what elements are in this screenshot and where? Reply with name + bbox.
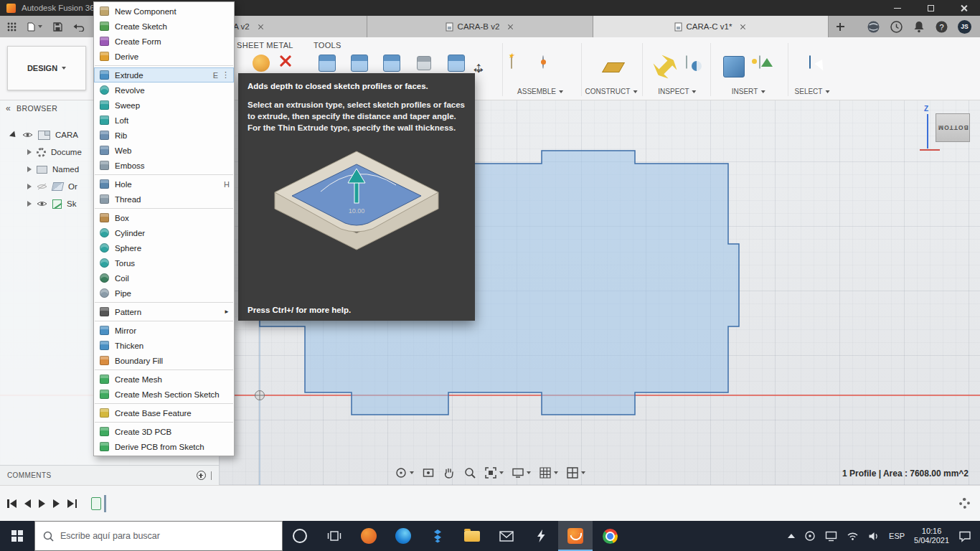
display-settings-icon[interactable] <box>512 466 531 479</box>
close-button[interactable] <box>947 0 980 16</box>
viewports-icon[interactable] <box>566 466 585 479</box>
menu-item-web[interactable]: Web <box>94 143 234 158</box>
chrome-button[interactable] <box>593 521 627 551</box>
menu-item-create-mesh[interactable]: Create Mesh <box>94 372 234 387</box>
edge-button[interactable] <box>386 521 420 551</box>
menu-item-new-component[interactable]: New Component <box>94 4 234 19</box>
start-button[interactable] <box>0 521 34 551</box>
view-cube[interactable]: Z BOTTOM <box>918 108 970 155</box>
tab-sheet-metal[interactable]: SHEET METAL <box>237 41 293 50</box>
search-input[interactable] <box>60 531 261 541</box>
group-assemble[interactable]: ASSEMBLE <box>517 88 563 95</box>
grid-settings-icon[interactable] <box>539 466 558 479</box>
select-tool-icon[interactable] <box>809 55 811 69</box>
solid-tool-icon[interactable] <box>383 55 400 72</box>
new-tab-button[interactable] <box>829 16 852 37</box>
file-explorer-button[interactable] <box>455 521 489 551</box>
eye-visible-icon[interactable] <box>22 131 33 138</box>
zoom-icon[interactable] <box>463 466 476 479</box>
job-status-clock-icon[interactable] <box>890 20 903 34</box>
menu-item-create-3d-pcb[interactable]: Create 3D PCB <box>94 424 234 439</box>
go-to-end-icon[interactable] <box>67 499 77 508</box>
expand-arrow-icon[interactable] <box>27 149 32 155</box>
menu-item-thicken[interactable]: Thicken <box>94 338 234 353</box>
menu-item-create-form[interactable]: Create Form <box>94 34 234 49</box>
circle-dot-icon[interactable] <box>804 530 816 542</box>
task-view-button[interactable] <box>317 521 352 551</box>
user-avatar[interactable]: JS <box>958 20 971 34</box>
menu-item-extrude[interactable]: ExtrudeE⋮ <box>94 67 234 83</box>
help-icon[interactable]: ? <box>935 20 948 34</box>
close-tab-icon[interactable] <box>257 23 265 31</box>
lightning-app-button[interactable] <box>524 521 558 551</box>
comments-bar[interactable]: COMMENTS <box>0 465 220 485</box>
panel-grip-icon[interactable] <box>211 471 212 480</box>
measure-tool-icon[interactable] <box>650 52 680 82</box>
expand-arrow-icon[interactable] <box>27 184 32 189</box>
solid-tool-icon[interactable] <box>448 55 465 72</box>
solid-tool-icon[interactable] <box>351 55 368 72</box>
collapse-panel-icon[interactable]: « <box>6 103 11 113</box>
drag-handle-dots-icon[interactable]: ⋮ <box>222 70 230 80</box>
taskbar-search[interactable] <box>34 521 283 551</box>
menu-item-revolve[interactable]: Revolve <box>94 83 234 98</box>
fusion-360-taskbar-button[interactable] <box>558 521 593 551</box>
menu-item-derive[interactable]: Derive <box>94 49 234 64</box>
group-insert[interactable]: INSERT <box>732 88 765 95</box>
group-inspect[interactable]: INSPECT <box>658 88 696 95</box>
create-sketch-tool-icon[interactable] <box>253 55 270 72</box>
menu-item-boundary-fill[interactable]: Boundary Fill <box>94 353 234 368</box>
menu-item-create-sketch[interactable]: Create Sketch <box>94 19 234 34</box>
modify-tool-icon[interactable] <box>417 56 431 70</box>
undo-icon[interactable] <box>73 22 85 32</box>
joint-tool-icon[interactable] <box>542 55 544 69</box>
tab-cara-c[interactable]: CARA-C v1* <box>593 16 829 37</box>
notification-bubble-icon[interactable] <box>958 530 971 542</box>
mail-button[interactable] <box>489 521 524 551</box>
insert-mesh-icon[interactable] <box>723 56 745 77</box>
notification-bell-icon[interactable] <box>913 20 925 34</box>
go-to-start-icon[interactable] <box>7 499 17 508</box>
menu-item-hole[interactable]: HoleH <box>94 176 234 192</box>
expand-arrow-icon[interactable] <box>27 201 32 207</box>
step-back-icon[interactable] <box>24 499 31 508</box>
add-comment-icon[interactable] <box>197 471 206 480</box>
timeline-position-marker[interactable] <box>104 495 106 512</box>
close-tab-icon[interactable] <box>507 23 514 31</box>
menu-item-loft[interactable]: Loft <box>94 113 234 128</box>
tab-tools[interactable]: TOOLS <box>314 41 341 50</box>
orange-app-button[interactable] <box>352 521 386 551</box>
timeline-settings-gear-icon[interactable] <box>959 498 970 509</box>
menu-item-sweep[interactable]: Sweep <box>94 98 234 113</box>
taskbar-clock[interactable]: 10:16 5/04/2021 <box>914 527 949 545</box>
expand-arrow-icon[interactable] <box>27 166 32 172</box>
menu-item-create-mesh-section-sketch[interactable]: Create Mesh Section Sketch <box>94 387 234 402</box>
menu-item-torus[interactable]: Torus <box>94 255 234 270</box>
menu-item-rib[interactable]: Rib <box>94 128 234 143</box>
menu-item-emboss[interactable]: Emboss <box>94 158 234 173</box>
eye-hidden-icon[interactable] <box>37 183 47 190</box>
look-at-icon[interactable] <box>422 466 435 479</box>
view-cube-face[interactable]: BOTTOM <box>936 113 970 142</box>
menu-item-sphere[interactable]: Sphere <box>94 240 234 255</box>
cortana-button[interactable] <box>283 521 317 551</box>
menu-item-box[interactable]: Box <box>94 210 234 225</box>
menu-item-thread[interactable]: Thread <box>94 192 234 207</box>
fit-view-icon[interactable] <box>484 466 504 479</box>
speaker-icon[interactable] <box>868 531 880 542</box>
menu-item-pattern[interactable]: Pattern► <box>94 304 234 319</box>
close-tab-icon[interactable] <box>739 23 747 31</box>
play-icon[interactable] <box>39 499 45 508</box>
menu-item-derive-pcb-from-sketch[interactable]: Derive PCB from Sketch <box>94 439 234 454</box>
eye-visible-icon[interactable] <box>37 200 47 207</box>
maximize-button[interactable] <box>914 0 947 16</box>
hidden-icons-chevron[interactable] <box>788 534 795 538</box>
menu-item-pipe[interactable]: Pipe <box>94 286 234 301</box>
menu-item-coil[interactable]: Coil <box>94 270 234 286</box>
menu-item-cylinder[interactable]: Cylinder <box>94 225 234 240</box>
orbit-icon[interactable] <box>395 466 414 479</box>
save-icon[interactable] <box>53 22 62 32</box>
expand-arrow-icon[interactable] <box>9 131 18 139</box>
workspace-selector[interactable]: DESIGN <box>7 46 86 90</box>
group-select[interactable]: SELECT <box>795 88 830 95</box>
